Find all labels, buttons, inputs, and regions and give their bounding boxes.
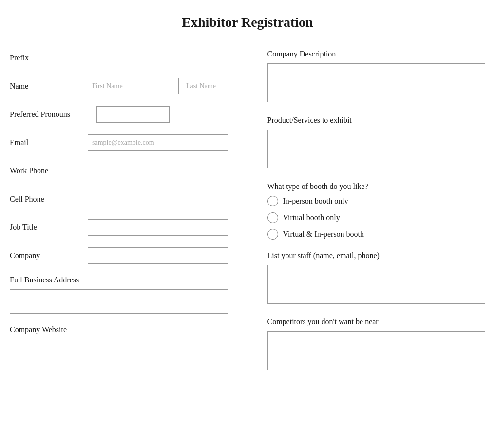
company-description-input[interactable] (267, 63, 486, 102)
email-input[interactable] (88, 134, 228, 151)
competitors-input[interactable] (267, 331, 486, 370)
pronouns-label: Preferred Pronouns (10, 110, 96, 119)
staff-input[interactable] (267, 265, 486, 304)
right-column: Company Description Product/Services to … (267, 50, 486, 384)
pronouns-input[interactable] (96, 106, 170, 123)
name-fields (88, 78, 273, 94)
pronouns-row: Preferred Pronouns (10, 106, 228, 123)
job-title-label: Job Title (10, 223, 88, 232)
name-label: Name (10, 82, 88, 91)
cell-phone-input[interactable] (88, 191, 228, 207)
booth-virtual-radio[interactable] (267, 212, 278, 223)
booth-inperson-label: In-person booth only (283, 197, 348, 205)
company-description-section: Company Description (267, 50, 486, 104)
booth-virtual-label: Virtual booth only (283, 213, 340, 222)
booth-inperson-radio[interactable] (267, 196, 278, 206)
left-column: Prefix Name Preferred Pronouns Email (10, 50, 228, 375)
website-input[interactable] (10, 339, 228, 363)
first-name-input[interactable] (88, 78, 179, 94)
booth-both-option[interactable]: Virtual & In-person booth (267, 229, 486, 240)
address-input[interactable] (10, 289, 228, 314)
work-phone-row: Work Phone (10, 163, 228, 179)
staff-section: List your staff (name, email, phone) (267, 251, 486, 306)
email-row: Email (10, 134, 228, 151)
products-input[interactable] (267, 130, 486, 168)
name-row: Name (10, 78, 228, 94)
booth-type-section: What type of booth do you like? In-perso… (267, 182, 486, 240)
address-label: Full Business Address (10, 276, 228, 284)
job-title-input[interactable] (88, 219, 228, 236)
address-section: Full Business Address (10, 276, 228, 314)
prefix-input[interactable] (88, 50, 228, 66)
booth-virtual-option[interactable]: Virtual booth only (267, 212, 486, 223)
work-phone-label: Work Phone (10, 167, 88, 175)
booth-type-radio-group: In-person booth only Virtual booth only … (267, 196, 486, 240)
email-label: Email (10, 138, 88, 147)
cell-phone-row: Cell Phone (10, 191, 228, 207)
booth-inperson-option[interactable]: In-person booth only (267, 196, 486, 206)
prefix-row: Prefix (10, 50, 228, 66)
staff-label: List your staff (name, email, phone) (267, 251, 486, 260)
competitors-label: Competitors you don't want be near (267, 317, 486, 326)
company-description-label: Company Description (267, 50, 486, 58)
products-section: Product/Services to exhibit (267, 116, 486, 170)
last-name-input[interactable] (182, 78, 273, 94)
page-title: Exhibitor Registration (10, 15, 485, 30)
website-section: Company Website (10, 325, 228, 363)
website-label: Company Website (10, 325, 228, 334)
competitors-section: Competitors you don't want be near (267, 317, 486, 372)
work-phone-input[interactable] (88, 163, 228, 179)
prefix-label: Prefix (10, 54, 88, 62)
company-input[interactable] (88, 247, 228, 264)
products-label: Product/Services to exhibit (267, 116, 486, 125)
job-title-row: Job Title (10, 219, 228, 236)
company-label: Company (10, 251, 88, 260)
column-divider (248, 50, 248, 384)
booth-both-radio[interactable] (267, 229, 278, 240)
booth-both-label: Virtual & In-person booth (283, 230, 364, 239)
company-row: Company (10, 247, 228, 264)
booth-type-label: What type of booth do you like? (267, 182, 486, 191)
cell-phone-label: Cell Phone (10, 195, 88, 204)
